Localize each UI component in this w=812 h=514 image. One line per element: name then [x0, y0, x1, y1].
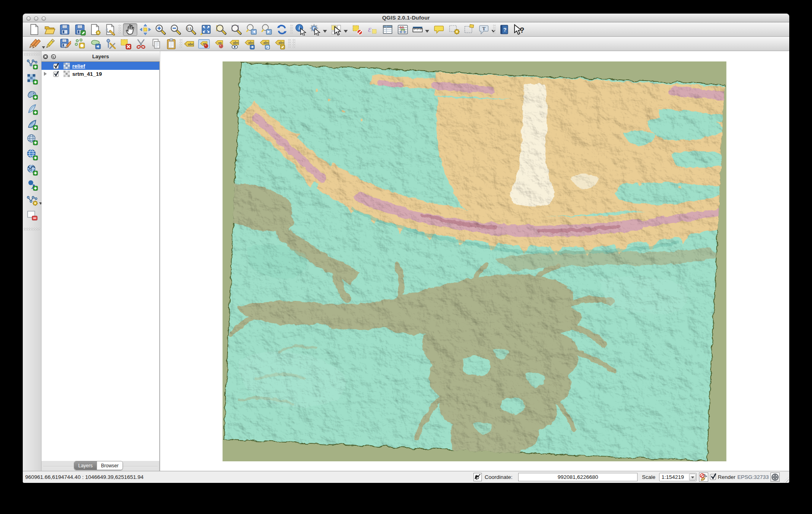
cut-features-button[interactable] [134, 38, 148, 50]
add-wcs-layer-button[interactable] [25, 163, 39, 176]
layers-panel-header[interactable]: Layers [42, 51, 160, 62]
save-project-button[interactable] [57, 23, 72, 36]
open-project-button[interactable] [42, 23, 57, 36]
coordinate-input[interactable] [518, 473, 638, 481]
zoom-full-extent-button[interactable] [199, 23, 213, 36]
show-hidden-labels-button[interactable] [227, 38, 242, 50]
zoom-actual-size-button[interactable] [184, 23, 198, 36]
show-hidden-labels-icon [228, 38, 240, 50]
crs-status-button[interactable] [770, 472, 780, 482]
save-project-as-icon [74, 24, 86, 36]
window-title: QGIS 2.0.1-Dufour [23, 15, 789, 21]
resize-grip[interactable] [783, 477, 789, 482]
map-canvas[interactable] [160, 51, 789, 471]
select-by-expression-button[interactable] [365, 23, 380, 36]
layer-row-relief[interactable]: relief [42, 62, 159, 70]
toolbar-separator [293, 39, 295, 49]
scale-label: Scale [642, 474, 656, 480]
zoom-to-selection-icon [215, 24, 227, 36]
add-postgis-layer-button[interactable] [25, 87, 39, 100]
render-checkbox[interactable] [710, 473, 717, 480]
add-mssql-layer-button[interactable] [25, 118, 39, 130]
measure-line-button[interactable] [411, 23, 431, 36]
identify-features-button[interactable] [293, 23, 308, 36]
save-layer-edits-button[interactable] [58, 38, 72, 50]
panel-tab-layers[interactable]: Layers [74, 461, 97, 470]
add-feature-button[interactable] [73, 38, 87, 50]
layer-row-srtm_41_19[interactable]: srtm_41_19 [42, 70, 159, 78]
move-feature-button[interactable] [88, 38, 103, 50]
add-wms-layer-button[interactable] [25, 148, 39, 161]
label-options-button[interactable] [197, 38, 211, 50]
coordinate-toggle-button[interactable] [473, 473, 482, 481]
zoom-next-button[interactable] [259, 23, 274, 36]
new-bookmark-button[interactable] [447, 23, 461, 36]
field-calculator-button[interactable] [396, 23, 410, 36]
layers-list[interactable]: reliefsrtm_41_19 [42, 62, 160, 461]
layers-panel-title: Layers [42, 53, 160, 59]
toolbar-handle [24, 53, 40, 56]
add-wfs-layer-button[interactable] [25, 178, 39, 191]
layers-panel-bottom: LayersBrowser [42, 461, 160, 471]
titlebar[interactable]: QGIS 2.0.1-Dufour [23, 14, 789, 22]
pan-selection-icon [139, 24, 151, 36]
add-spatialite-icon [26, 103, 38, 115]
change-label-button[interactable] [273, 38, 287, 50]
composer-manager-button[interactable] [103, 23, 117, 36]
pan-map-button[interactable] [123, 23, 137, 36]
move-label-button[interactable] [242, 38, 257, 50]
new-print-composer-button[interactable] [88, 23, 102, 36]
new-shapefile-layer-button[interactable] [25, 194, 39, 206]
layer-checkbox[interactable] [53, 71, 59, 77]
add-spatialite-layer-button[interactable] [25, 103, 39, 115]
stop-render-button[interactable] [699, 472, 708, 482]
toolbar-separator [493, 25, 496, 34]
deselect-features-button[interactable] [350, 23, 364, 36]
map-tips-button[interactable] [432, 23, 446, 36]
current-edits-button[interactable] [28, 38, 42, 50]
delete-selected-button[interactable] [119, 38, 133, 50]
select-features-button[interactable] [329, 23, 349, 36]
current-edits-icon [29, 38, 41, 50]
whats-this-button[interactable] [512, 23, 527, 36]
add-oracle-layer-button[interactable] [25, 133, 39, 146]
show-bookmarks-icon [463, 24, 475, 36]
layer-expander-icon[interactable] [44, 72, 47, 76]
zoom-out-button[interactable] [168, 23, 183, 36]
show-bookmarks-button[interactable] [462, 23, 476, 36]
refresh-map-button[interactable] [275, 23, 289, 36]
zoom-in-button[interactable] [153, 23, 168, 36]
toolbar-group-label [181, 37, 296, 51]
toggle-editing-button[interactable] [43, 38, 57, 50]
add-vector-layer-button[interactable] [25, 57, 39, 70]
pin-labels-button[interactable] [212, 38, 226, 50]
composer-manager-icon [104, 24, 116, 36]
save-project-as-button[interactable] [73, 23, 87, 36]
zoom-in-icon [154, 24, 166, 36]
node-tool-button[interactable] [103, 38, 118, 50]
help-contents-button[interactable] [497, 23, 511, 36]
render-label: Render [718, 474, 735, 480]
pan-to-selection-button[interactable] [138, 23, 152, 36]
copy-features-button[interactable] [149, 38, 163, 50]
zoom-to-selection-button[interactable] [214, 23, 228, 36]
layer-checkbox[interactable] [53, 63, 59, 69]
rotate-label-button[interactable] [257, 38, 272, 50]
stop-render-icon [699, 473, 708, 481]
scale-combo[interactable]: 1:154219 [659, 473, 697, 481]
paste-features-icon [165, 38, 177, 50]
add-raster-layer-button[interactable] [25, 72, 39, 85]
labeling-button[interactable] [182, 38, 196, 50]
toolbar-group-help [492, 22, 527, 36]
new-project-button[interactable] [27, 23, 42, 36]
run-feature-action-button[interactable] [309, 23, 329, 36]
zoom-to-layer-button[interactable] [229, 23, 244, 36]
remove-layer-icon [26, 209, 38, 221]
scale-combo-arrow[interactable] [689, 474, 696, 480]
remove-layer-button[interactable] [25, 209, 39, 221]
paste-features-button[interactable] [164, 38, 178, 50]
open-attribute-table-button[interactable] [380, 23, 395, 36]
zoom-last-button[interactable] [244, 23, 259, 36]
panel-tab-browser[interactable]: Browser [97, 461, 123, 470]
toolbar-group-digitizing [27, 37, 183, 51]
